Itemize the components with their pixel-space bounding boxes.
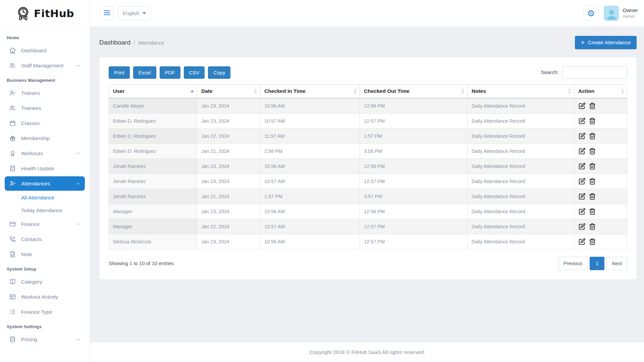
table-row: Melissa MckenzieJan 23, 202410:56 AM12:5… xyxy=(109,234,627,249)
gear-icon: ⚙ xyxy=(587,9,595,18)
credit-card-icon xyxy=(9,221,16,228)
edit-button[interactable] xyxy=(578,223,586,230)
sidebar-item-label: Trainers xyxy=(21,90,80,96)
calendar-icon xyxy=(9,120,16,127)
delete-button[interactable] xyxy=(589,193,596,200)
trash-icon xyxy=(589,102,596,110)
search-input[interactable] xyxy=(562,66,627,79)
cell-date: Jan 22, 2024 xyxy=(197,128,260,143)
delete-button[interactable] xyxy=(589,132,596,140)
export-copy-button[interactable]: Copy xyxy=(208,66,230,79)
sidebar-item-trainees[interactable]: Trainees xyxy=(5,101,85,115)
sidebar-subitem-all-attendance[interactable]: All Attendance xyxy=(5,191,85,204)
export-pdf-button[interactable]: PDF xyxy=(160,66,180,79)
main-column: English ⚙ Owner owner Dashboard / Att xyxy=(90,0,644,362)
table-row: Edwin D. RodriguezJan 22, 202411:57 AM1:… xyxy=(109,128,627,143)
language-selector[interactable]: English xyxy=(118,6,151,20)
cell-checked-out: 12:57 PM xyxy=(360,219,468,234)
edit-icon xyxy=(578,208,586,215)
content-area: Dashboard / Attendance + Create Attendan… xyxy=(90,27,644,343)
delete-button[interactable] xyxy=(589,178,596,185)
delete-button[interactable] xyxy=(589,147,596,155)
table-row: Jonah RamirezJan 23, 202410:57 AM12:57 P… xyxy=(109,174,627,189)
edit-button[interactable] xyxy=(578,147,586,155)
cell-user: Jonah Ramirez xyxy=(109,174,197,189)
language-value: English xyxy=(123,10,139,16)
column-header-checked-in-time[interactable]: Checked In Time xyxy=(260,84,360,98)
edit-button[interactable] xyxy=(578,163,586,170)
cell-checked-out: 3:58 PM xyxy=(360,143,468,159)
delete-button[interactable] xyxy=(589,208,596,215)
export-excel-button[interactable]: Excel xyxy=(133,66,156,79)
edit-button[interactable] xyxy=(578,193,586,200)
sidebar-item-pricing[interactable]: Pricing xyxy=(5,332,85,347)
create-attendance-button[interactable]: + Create Attendance xyxy=(575,36,637,49)
trash-icon xyxy=(589,208,596,215)
avatar[interactable] xyxy=(604,6,619,21)
users-icon xyxy=(9,62,16,69)
cell-date: Jan 22, 2024 xyxy=(197,219,260,234)
delete-button[interactable] xyxy=(589,223,596,230)
sidebar-item-label: Workouts xyxy=(21,150,71,157)
chevron-down-icon xyxy=(76,222,80,227)
column-header-date[interactable]: Date xyxy=(197,84,260,98)
settings-button[interactable]: ⚙ xyxy=(583,6,598,21)
cell-checked-in: 10:57 AM xyxy=(260,113,360,128)
copyright-text: Copyright 2024 © FitHub SaaS All rights … xyxy=(310,349,425,355)
book-open-icon xyxy=(9,278,16,285)
edit-button[interactable] xyxy=(578,102,586,110)
edit-button[interactable] xyxy=(578,132,586,140)
layout-icon xyxy=(9,293,16,300)
sort-icon xyxy=(462,88,464,94)
cell-date: Jan 23, 2024 xyxy=(197,204,260,219)
sidebar-item-staff-management[interactable]: Staff Management xyxy=(5,58,85,73)
sidebar-item-trainers[interactable]: Trainers xyxy=(5,86,85,100)
sidebar-section-home: Home xyxy=(5,31,85,43)
delete-button[interactable] xyxy=(589,163,596,170)
breadcrumb-dashboard-link[interactable]: Dashboard xyxy=(99,39,130,46)
edit-button[interactable] xyxy=(578,178,586,185)
list-icon xyxy=(9,308,16,315)
column-header-action[interactable]: Action xyxy=(574,84,627,98)
sidebar-item-finance-type[interactable]: Finance Type xyxy=(5,305,85,319)
sidebar-item-workout-activity[interactable]: Workout Activity xyxy=(5,290,85,304)
sidebar-item-health-update[interactable]: Health Update xyxy=(5,161,85,176)
sidebar-item-finance[interactable]: Finance xyxy=(5,217,85,231)
pagination-previous-button[interactable]: Previous xyxy=(558,257,588,270)
brand-logo[interactable]: FitHub xyxy=(0,0,90,27)
cell-checked-in: 11:57 AM xyxy=(260,128,360,143)
edit-button[interactable] xyxy=(578,117,586,125)
sidebar-toggle-button[interactable] xyxy=(100,6,114,20)
sidebar-item-contacts[interactable]: Contacts xyxy=(5,232,85,246)
trash-icon xyxy=(589,223,596,230)
sidebar-item-attendances[interactable]: Attendances xyxy=(5,176,85,191)
table-row: Edwin D. RodriguezJan 21, 20242:58 PM3:5… xyxy=(109,143,627,159)
sidebar-item-note[interactable]: Note xyxy=(5,247,85,261)
sidebar-subitem-today-attendance[interactable]: Today Attendance xyxy=(5,204,85,217)
column-header-notes[interactable]: Notes xyxy=(468,84,574,98)
pagination-page-1-button[interactable]: 1 xyxy=(590,257,604,270)
sort-icon xyxy=(354,88,357,94)
edit-icon xyxy=(578,178,586,185)
sidebar-item-membership[interactable]: Membership xyxy=(5,131,85,145)
sidebar-item-classes[interactable]: Classes xyxy=(5,116,85,130)
user-meta[interactable]: Owner owner xyxy=(623,7,638,19)
column-header-checked-out-time[interactable]: Checked Out Time xyxy=(360,84,468,98)
sidebar-item-dashboard[interactable]: Dashboard xyxy=(5,43,85,58)
topbar: English ⚙ Owner owner xyxy=(90,0,644,27)
export-print-button[interactable]: Print xyxy=(109,66,130,79)
export-csv-button[interactable]: CSV xyxy=(184,66,205,79)
pagination-next-button[interactable]: Next xyxy=(606,257,627,270)
sidebar-item-category[interactable]: Category xyxy=(5,275,85,289)
user-name: Owner xyxy=(623,7,638,13)
delete-button[interactable] xyxy=(589,117,596,125)
delete-button[interactable] xyxy=(589,102,596,110)
showing-entries-text: Showing 1 to 10 of 10 entries xyxy=(109,260,174,266)
gift-icon xyxy=(9,135,16,142)
column-header-user[interactable]: User xyxy=(109,84,197,98)
edit-button[interactable] xyxy=(578,238,586,245)
delete-button[interactable] xyxy=(589,238,596,245)
sidebar-item-label: Trainees xyxy=(21,105,80,111)
sidebar-item-workouts[interactable]: Workouts xyxy=(5,146,85,161)
edit-button[interactable] xyxy=(578,208,586,215)
